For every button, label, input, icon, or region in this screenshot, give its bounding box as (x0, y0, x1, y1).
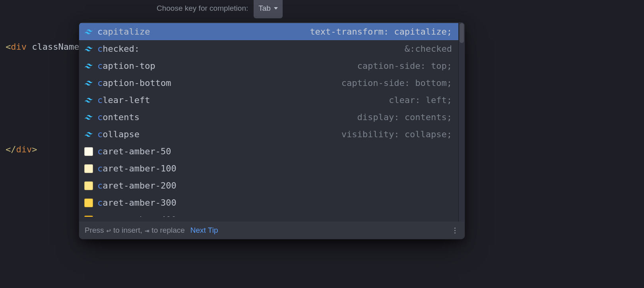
tailwind-icon (84, 95, 93, 105)
completion-item-label: caret-amber-200 (97, 181, 448, 191)
enter-key-icon: ↩ (107, 226, 111, 235)
completion-item-label: capitalize (97, 27, 306, 37)
tailwind-icon (84, 44, 93, 54)
completion-scrollbar-thumb[interactable] (460, 23, 464, 43)
more-options-icon[interactable] (450, 226, 459, 235)
completion-key-hint: Choose key for completion: Tab (157, 1, 283, 16)
completion-item-label: caret-amber-50 (97, 146, 448, 156)
tab-key-icon: ⇥ (145, 226, 149, 235)
tailwind-icon (84, 61, 93, 71)
completion-item-info: visibility: collapse; (341, 129, 452, 139)
footer-hint-replace: to replace (151, 226, 184, 235)
tailwind-icon (84, 130, 93, 139)
completion-item-label: caption-top (97, 61, 353, 71)
completion-item-label: checked: (97, 44, 401, 54)
completion-item-label: caption-bottom (97, 78, 338, 88)
completion-key-dropdown[interactable]: Tab (254, 0, 283, 18)
code-attr: className (32, 42, 79, 52)
next-tip-link[interactable]: Next Tip (190, 226, 218, 235)
completion-item[interactable]: caption-topcaption-side: top; (79, 57, 458, 74)
completion-scrollbar[interactable] (458, 22, 465, 222)
completion-item[interactable]: clear-leftclear: left; (79, 91, 458, 109)
code-punct: > (32, 144, 37, 154)
color-swatch-icon (84, 164, 93, 173)
completion-item[interactable]: caret-amber-300 (79, 194, 458, 211)
code-tag: div (11, 42, 27, 52)
completion-item-info: display: contents; (357, 112, 452, 122)
completion-popup: capitalizetext-transform: capitalize;che… (79, 22, 465, 239)
code-punct: </ (6, 144, 16, 154)
color-swatch-icon (84, 198, 93, 208)
tailwind-icon (84, 78, 93, 88)
code-tag: div (16, 144, 32, 154)
completion-item-info: caption-side: bottom; (341, 78, 452, 88)
color-swatch-icon (84, 215, 93, 217)
footer-hint-insert: to insert, (113, 226, 142, 235)
completion-item-label: contents (97, 112, 353, 122)
completion-item[interactable]: caret-amber-50 (79, 143, 458, 160)
completion-item-info: text-transform: capitalize; (310, 27, 452, 37)
tailwind-icon (84, 113, 93, 122)
color-swatch-icon (84, 181, 93, 191)
completion-footer: Press ↩ to insert, ⇥ to replace Next Tip (79, 222, 465, 239)
completion-item-info: &:checked (405, 44, 452, 54)
completion-item-label: caret-amber-100 (97, 163, 448, 173)
completion-item[interactable]: collapsevisibility: collapse; (79, 126, 458, 143)
completion-item-label: caret-amber-400 (97, 215, 448, 217)
completion-item[interactable]: capitalizetext-transform: capitalize; (79, 23, 458, 40)
completion-item[interactable]: caret-amber-200 (79, 177, 458, 194)
completion-item-label: caret-amber-300 (97, 198, 448, 208)
completion-item[interactable]: caption-bottomcaption-side: bottom; (79, 74, 458, 91)
completion-item[interactable]: caret-amber-100 (79, 160, 458, 177)
completion-item-label: clear-left (97, 95, 385, 105)
completion-key-value: Tab (258, 0, 271, 17)
completion-item-label: collapse (97, 129, 338, 139)
completion-item-info: caption-side: top; (357, 61, 452, 71)
completion-item-info: clear: left; (389, 95, 452, 105)
code-space (27, 42, 32, 52)
color-swatch-icon (84, 147, 93, 156)
footer-hint-press: Press (85, 226, 104, 235)
completion-key-hint-label: Choose key for completion: (157, 0, 248, 17)
tailwind-icon (84, 27, 93, 37)
code-punct: < (6, 42, 11, 52)
completion-list: capitalizetext-transform: capitalize;che… (79, 22, 465, 222)
completion-item[interactable]: caret-amber-400 (79, 211, 458, 217)
chevron-down-icon (274, 7, 278, 10)
completion-item[interactable]: checked:&:checked (79, 40, 458, 57)
completion-item[interactable]: contentsdisplay: contents; (79, 109, 458, 126)
